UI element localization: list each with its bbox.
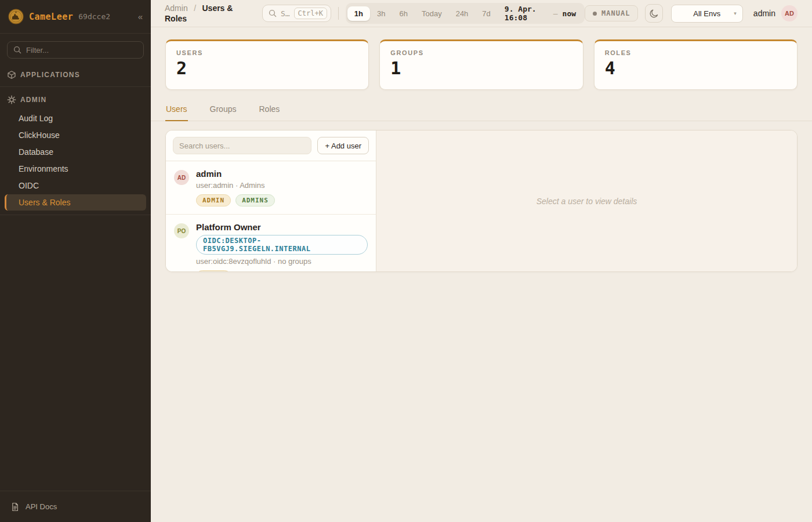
user-list-toolbar: + Add user <box>166 130 376 161</box>
sidebar-filter-input[interactable] <box>26 46 137 55</box>
gear-icon <box>7 95 16 104</box>
user-name: admin <box>196 169 275 179</box>
env-selected-label: All Envs <box>693 9 720 18</box>
user-badges: ADMIN ADMINS <box>196 194 275 206</box>
user-avatar-admin: AD <box>174 170 189 185</box>
status-dot-icon <box>593 12 597 16</box>
moon-icon <box>649 9 659 19</box>
stat-roles-label: ROLES <box>605 49 786 56</box>
app-root: CameLeer 69dcce2 « APPLICATIONS ADMIN Au… <box>0 0 812 522</box>
section-admin-label: ADMIN <box>20 96 46 104</box>
stat-card-groups: GROUPS 1 <box>379 39 583 90</box>
theme-toggle-button[interactable] <box>645 4 662 23</box>
search-icon <box>13 46 21 54</box>
api-docs-link[interactable]: API Docs <box>0 491 151 522</box>
sidebar-item-environments[interactable]: Environments <box>5 161 146 177</box>
user-meta: user:oidc:8evzqofluhld · no groups <box>196 257 368 266</box>
package-icon <box>7 70 16 79</box>
role-badge-admin: ADMIN <box>196 194 231 206</box>
section-admin[interactable]: ADMIN <box>0 89 151 109</box>
document-icon <box>10 502 20 512</box>
time-range-today[interactable]: Today <box>415 6 449 21</box>
stat-users-value: 2 <box>176 58 358 78</box>
user-row-platform-owner-body: Platform Owner OIDC:DESKTOP-FB5VGJ9.SIEG… <box>196 222 368 272</box>
sidebar: CameLeer 69dcce2 « APPLICATIONS ADMIN Au… <box>0 0 151 522</box>
breadcrumb-section[interactable]: Admin <box>165 3 188 13</box>
stat-groups-label: GROUPS <box>390 49 572 56</box>
time-range-6h[interactable]: 6h <box>392 6 414 21</box>
stat-card-users: USERS 2 <box>165 39 369 90</box>
breadcrumb: Admin / Users & Roles <box>165 3 252 24</box>
sidebar-item-users-roles[interactable]: Users & Roles <box>5 194 146 211</box>
user-avatar-platform-owner: PO <box>174 223 189 238</box>
user-search-input[interactable] <box>173 137 311 154</box>
build-hash: 69dcce2 <box>78 12 110 21</box>
topbar-divider <box>338 7 339 20</box>
sidebar-item-oidc[interactable]: OIDC <box>5 177 146 194</box>
topbar: Admin / Users & Roles S… Ctrl+K 1h 3h 6h… <box>151 0 812 27</box>
user-row-admin[interactable]: AD admin user:admin · Admins ADMIN ADMIN… <box>166 161 376 215</box>
sidebar-divider <box>0 86 151 87</box>
sidebar-header: CameLeer 69dcce2 « <box>0 0 151 34</box>
stat-card-roles: ROLES 4 <box>594 39 798 90</box>
app-logo-icon <box>8 9 24 24</box>
refresh-mode-button[interactable]: MANUAL <box>585 5 638 21</box>
time-separator: – <box>553 9 558 18</box>
user-detail-pane: Select a user to view details <box>376 130 797 271</box>
sidebar-filter[interactable] <box>7 41 144 59</box>
env-selector[interactable]: All Envs ▾ <box>671 5 743 23</box>
sidebar-item-clickhouse[interactable]: ClickHouse <box>5 127 146 143</box>
user-name: Platform Owner <box>196 222 368 232</box>
time-to[interactable]: now <box>558 9 583 18</box>
chevron-down-icon: ▾ <box>734 10 737 16</box>
sidebar-divider-bottom <box>0 215 151 215</box>
global-search-placeholder: S… <box>281 9 290 18</box>
global-search[interactable]: S… Ctrl+K <box>262 5 331 22</box>
section-applications-label: APPLICATIONS <box>20 71 80 79</box>
admin-nav: Audit Log ClickHouse Database Environmen… <box>0 109 151 212</box>
search-icon <box>269 9 277 17</box>
breadcrumb-separator: / <box>194 3 196 13</box>
user-avatar[interactable]: AD <box>781 5 798 21</box>
search-shortcut-badge: Ctrl+K <box>294 8 327 19</box>
stat-roles-value: 4 <box>605 58 786 78</box>
tab-roles[interactable]: Roles <box>258 101 280 121</box>
stat-users-label: USERS <box>176 49 358 56</box>
api-docs-label: API Docs <box>26 502 57 511</box>
user-list: + Add user AD admin user:admin · Admins … <box>166 130 376 271</box>
refresh-mode-label: MANUAL <box>601 9 630 17</box>
oidc-issuer-pill: OIDC:DESKTOP-FB5VGJ9.SIEGELN.INTERNAL <box>196 235 368 255</box>
time-range-24h[interactable]: 24h <box>449 6 476 21</box>
app-name: CameLeer <box>29 12 73 22</box>
group-badge-admins: ADMINS <box>235 194 275 206</box>
time-range-1h[interactable]: 1h <box>347 6 370 21</box>
stats-row: USERS 2 GROUPS 1 ROLES 4 <box>151 27 812 90</box>
add-user-button[interactable]: + Add user <box>317 137 369 154</box>
stat-groups-value: 1 <box>390 58 572 78</box>
tab-bar: Users Groups Roles <box>151 101 812 121</box>
time-from[interactable]: 9. Apr. 16:08 <box>498 5 553 22</box>
user-badges: ADMIN <box>196 270 368 272</box>
sidebar-item-database[interactable]: Database <box>5 144 146 160</box>
sidebar-item-audit-log[interactable]: Audit Log <box>5 110 146 126</box>
time-range-7d[interactable]: 7d <box>475 6 497 21</box>
user-row-admin-body: admin user:admin · Admins ADMIN ADMINS <box>196 169 275 206</box>
tab-groups[interactable]: Groups <box>209 101 237 121</box>
detail-empty-message: Select a user to view details <box>536 197 637 206</box>
main-area: Admin / Users & Roles S… Ctrl+K 1h 3h 6h… <box>151 0 812 522</box>
time-range-group: 1h 3h 6h Today 24h 7d 9. Apr. 16:08 – no… <box>346 3 585 24</box>
sidebar-collapse-icon[interactable]: « <box>138 12 143 21</box>
section-applications[interactable]: APPLICATIONS <box>0 64 151 84</box>
user-row-platform-owner[interactable]: PO Platform Owner OIDC:DESKTOP-FB5VGJ9.S… <box>166 215 376 272</box>
users-panel: + Add user AD admin user:admin · Admins … <box>165 130 798 272</box>
tab-users[interactable]: Users <box>165 101 188 121</box>
time-range-3h[interactable]: 3h <box>370 6 392 21</box>
user-meta: user:admin · Admins <box>196 181 275 190</box>
current-user-name: admin <box>753 9 775 18</box>
role-badge-admin: ADMIN <box>196 270 231 272</box>
